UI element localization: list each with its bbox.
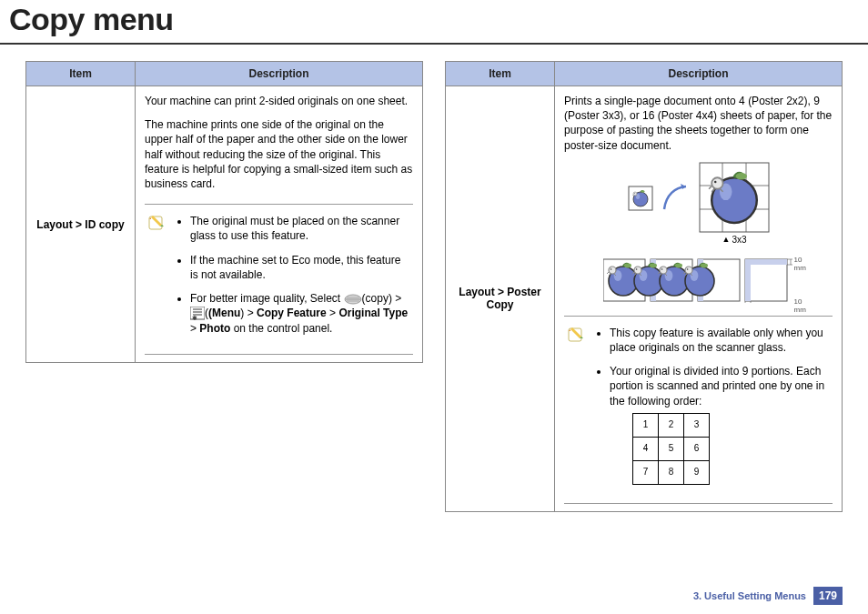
order-grid: 1 2 3 4 5 6 7 8 9 [633, 414, 829, 485]
id-note-1: The original must be placed on the scann… [190, 214, 409, 243]
caption-3x3: 3x3 [722, 235, 747, 245]
desc-poster-copy: Prints a single-page document onto 4 (Po… [555, 86, 843, 512]
id-copy-p1: Your machine can print 2-sided originals… [145, 94, 413, 108]
right-column: Item Description Layout > Poster Copy Pr… [445, 61, 843, 512]
page-title: Copy menu [9, 2, 868, 37]
feature-table-right: Item Description Layout > Poster Copy Pr… [445, 61, 843, 512]
col-header-item: Item [446, 62, 555, 86]
poster-note-2: Your original is divided into 9 portions… [610, 364, 829, 485]
poster-original [628, 186, 653, 211]
footer-section: 3. Useful Setting Menus [693, 590, 806, 601]
poster-3x3-grid [699, 162, 770, 233]
id-note-3: For better image quality, Select (copy) … [190, 291, 409, 336]
item-poster-copy: Layout > Poster Copy [446, 86, 555, 512]
svg-rect-28 [745, 259, 787, 265]
poster-diagram: 3x3 [564, 162, 833, 303]
overlap-label-side: 10 mm [794, 297, 806, 314]
desc-id-copy: Your machine can print 2-sided originals… [136, 86, 423, 363]
left-column: Item Description Layout > ID copy Your m… [25, 61, 423, 512]
note-box-id-copy: The original must be placed on the scann… [145, 204, 413, 355]
copy-icon [344, 294, 362, 305]
svg-rect-26 [745, 259, 787, 301]
id-copy-p2: The machine prints one side of the origi… [145, 117, 413, 191]
page-title-bar: Copy menu [0, 0, 868, 45]
poster-note-1: This copy feature is available only when… [610, 326, 829, 355]
poster-p1: Prints a single-page document onto 4 (Po… [564, 94, 833, 153]
arrow-icon [662, 184, 690, 213]
col-header-item: Item [26, 62, 136, 86]
item-id-copy: Layout > ID copy [26, 86, 136, 363]
poster-exploded [603, 257, 794, 303]
note-icon [148, 214, 167, 232]
feature-table-left: Item Description Layout > ID copy Your m… [25, 61, 423, 363]
menu-icon [190, 307, 205, 321]
svg-rect-27 [745, 259, 751, 301]
note-box-poster: This copy feature is available only when… [564, 316, 833, 504]
note-icon [568, 326, 586, 344]
page-footer: 3. Useful Setting Menus 179 [693, 587, 843, 605]
col-header-desc: Description [136, 62, 423, 86]
overlap-label-top: 10 mm [794, 256, 806, 272]
id-note-2: If the machine set to Eco mode, this fea… [190, 253, 409, 282]
footer-page-number: 179 [813, 587, 843, 605]
col-header-desc: Description [555, 62, 843, 86]
